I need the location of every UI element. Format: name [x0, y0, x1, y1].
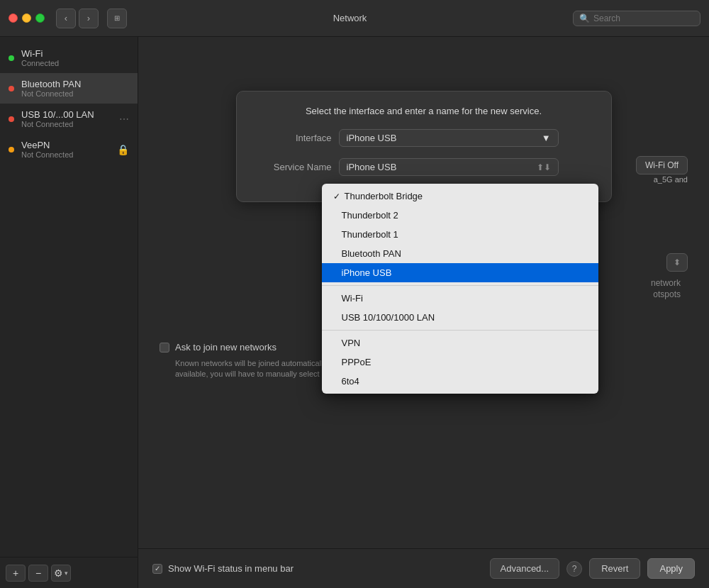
sidebar-item-bluetooth[interactable]: Bluetooth PAN Not Connected	[0, 73, 138, 104]
dropdown-item-6to4[interactable]: 6to4	[322, 372, 598, 391]
search-input[interactable]	[593, 13, 694, 23]
maximize-button[interactable]	[35, 13, 45, 23]
dropdown-arrow-icon: ▼	[542, 133, 551, 143]
dialog-overlay: Select the interface and enter a name fo…	[138, 79, 709, 548]
sidebar-item-text-usb: USB 10/...00 LAN Not Connected	[21, 109, 116, 128]
service-name-label: Service Name	[254, 162, 332, 172]
connection-icon: ⋯	[119, 113, 129, 125]
interface-label: Interface	[254, 133, 332, 143]
dropdown-item-wifi[interactable]: Wi-Fi	[322, 289, 598, 308]
close-button[interactable]	[9, 13, 18, 23]
dropdown-item-thunderbolt-1[interactable]: Thunderbolt 1	[322, 225, 598, 244]
dropdown-item-vpn[interactable]: VPN	[322, 333, 598, 353]
sidebar: Wi-Fi Connected Bluetooth PAN Not Connec…	[0, 37, 138, 588]
service-name-input[interactable]	[347, 162, 537, 172]
bottom-right: Advanced... ? Revert Apply	[490, 558, 695, 579]
search-box[interactable]: 🔍	[573, 11, 700, 26]
forward-button[interactable]: ›	[79, 9, 99, 28]
dropdown-item-label: Thunderbolt Bridge	[345, 191, 423, 201]
dropdown-item-usb-lan[interactable]: USB 10/100/1000 LAN	[322, 308, 598, 327]
grid-button[interactable]: ⊞	[107, 9, 127, 28]
bottom-bar: Show Wi-Fi status in menu bar Advanced..…	[138, 548, 709, 588]
dropdown-section-1: Thunderbolt Bridge Thunderbolt 2 Thunder…	[322, 184, 598, 285]
new-service-dialog: Select the interface and enter a name fo…	[236, 91, 612, 202]
show-wifi-row: Show Wi-Fi status in menu bar	[152, 563, 294, 574]
dropdown-item-pppoe[interactable]: PPPoE	[322, 353, 598, 372]
gear-menu-button[interactable]: ⚙ ▾	[51, 565, 71, 582]
interface-dropdown-menu: Thunderbolt Bridge Thunderbolt 2 Thunder…	[322, 184, 598, 394]
interface-row: Interface iPhone USB ▼	[254, 129, 594, 147]
vpn-status: Not Connected	[21, 150, 114, 159]
show-wifi-label: Show Wi-Fi status in menu bar	[168, 563, 294, 574]
help-button[interactable]: ?	[566, 561, 582, 577]
sidebar-item-text-vpn: VeePN Not Connected	[21, 140, 114, 159]
bluetooth-name: Bluetooth PAN	[21, 79, 129, 89]
select-arrows-icon: ⬆⬇	[537, 162, 551, 172]
interface-dropdown[interactable]: iPhone USB ▼	[339, 129, 559, 147]
search-icon: 🔍	[579, 13, 590, 23]
bluetooth-status: Not Connected	[21, 89, 129, 98]
dropdown-item-label: 6to4	[342, 376, 359, 387]
dropdown-item-label: iPhone USB	[342, 267, 392, 278]
apply-button[interactable]: Apply	[647, 558, 695, 579]
sidebar-item-text-bt: Bluetooth PAN Not Connected	[21, 79, 129, 98]
back-button[interactable]: ‹	[56, 9, 76, 28]
wifi-name: Wi-Fi	[21, 48, 129, 59]
lock-icon: 🔒	[117, 144, 129, 155]
remove-service-button[interactable]: −	[28, 565, 48, 582]
wifi-status: Connected	[21, 59, 129, 67]
dialog-instruction: Select the interface and enter a name fo…	[254, 106, 594, 116]
advanced-button[interactable]: Advanced...	[490, 558, 560, 579]
sidebar-list: Wi-Fi Connected Bluetooth PAN Not Connec…	[0, 37, 138, 557]
main-layout: Wi-Fi Connected Bluetooth PAN Not Connec…	[0, 37, 709, 588]
usb-lan-name: USB 10/...00 LAN	[21, 109, 116, 120]
window-title: Network	[133, 13, 567, 23]
dropdown-section-3: VPN PPPoE 6to4	[322, 330, 598, 394]
dropdown-item-label: USB 10/100/1000 LAN	[342, 312, 435, 323]
sidebar-item-wifi[interactable]: Wi-Fi Connected	[0, 43, 138, 73]
sidebar-toolbar: + − ⚙ ▾	[0, 557, 138, 588]
dropdown-item-label: Wi-Fi	[342, 293, 363, 304]
sidebar-item-usb-lan[interactable]: USB 10/...00 LAN Not Connected ⋯	[0, 104, 138, 134]
status-dot-green	[9, 55, 14, 61]
dropdown-item-bluetooth-pan[interactable]: Bluetooth PAN	[322, 244, 598, 263]
content-area: Wi-Fi Off a_5G and Select the interface …	[138, 37, 709, 588]
usb-lan-status: Not Connected	[21, 120, 116, 128]
service-name-input-wrapper: ⬆⬇	[339, 158, 559, 176]
status-dot-yellow	[9, 147, 14, 152]
dropdown-item-label: VPN	[342, 338, 361, 348]
dropdown-item-iphone-usb[interactable]: iPhone USB	[322, 263, 598, 282]
add-service-button[interactable]: +	[6, 565, 26, 582]
dropdown-item-thunderbolt-2[interactable]: Thunderbolt 2	[322, 206, 598, 225]
nav-buttons: ‹ ›	[56, 9, 99, 28]
dropdown-item-label: PPPoE	[342, 357, 372, 367]
dropdown-item-label: Bluetooth PAN	[342, 248, 401, 259]
show-wifi-checkbox[interactable]	[152, 564, 162, 574]
sidebar-item-veepn[interactable]: VeePN Not Connected 🔒	[0, 134, 138, 165]
dropdown-item-thunderbolt-bridge[interactable]: Thunderbolt Bridge	[322, 187, 598, 206]
revert-button[interactable]: Revert	[589, 558, 640, 579]
minimize-button[interactable]	[22, 13, 31, 23]
dropdown-item-label: Thunderbolt 2	[342, 210, 398, 221]
dropdown-item-label: Thunderbolt 1	[342, 229, 398, 240]
status-dot-red-usb	[9, 116, 14, 122]
traffic-lights	[9, 13, 45, 23]
status-dot-red-bt	[9, 86, 14, 91]
service-name-row: Service Name ⬆⬇	[254, 158, 594, 176]
vpn-name: VeePN	[21, 140, 114, 150]
sidebar-item-text-wifi: Wi-Fi Connected	[21, 48, 129, 67]
bottom-left: Show Wi-Fi status in menu bar	[152, 563, 294, 574]
gear-chevron-icon: ▾	[65, 570, 68, 577]
dropdown-section-2: Wi-Fi USB 10/100/1000 LAN	[322, 285, 598, 330]
gear-icon: ⚙	[54, 567, 63, 579]
interface-selected-value: iPhone USB	[347, 133, 397, 143]
titlebar: ‹ › ⊞ Network 🔍	[0, 0, 709, 37]
